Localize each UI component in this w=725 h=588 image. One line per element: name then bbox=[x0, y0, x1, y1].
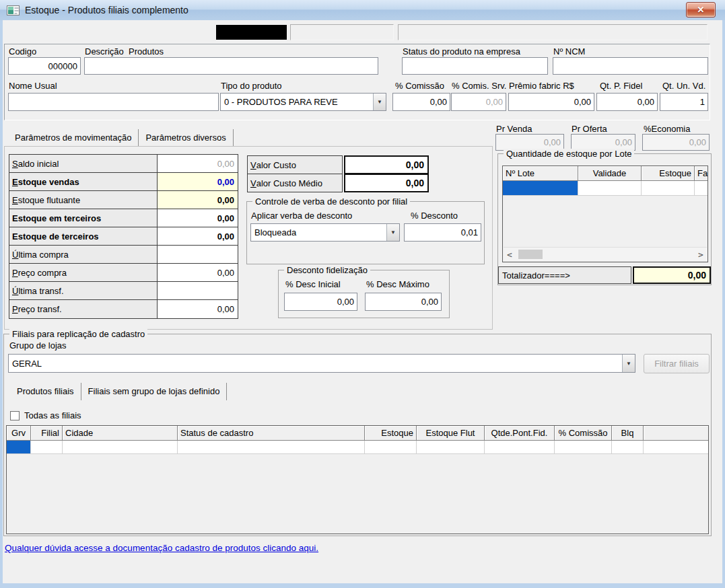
verba-desconto-group: Controle de verba de desconto por filial… bbox=[246, 201, 485, 264]
column-header[interactable]: Grv bbox=[7, 426, 31, 441]
qt-un-vd-field[interactable]: 1 bbox=[660, 93, 708, 111]
qt-p-fidel-field[interactable]: 0,00 bbox=[596, 93, 658, 111]
table-row: Estoque vendas 0,00 bbox=[9, 173, 238, 191]
row-value[interactable]: 0,00 bbox=[158, 300, 238, 318]
cell[interactable] bbox=[417, 441, 485, 454]
cell[interactable] bbox=[578, 181, 642, 196]
column-header[interactable]: Filial bbox=[31, 426, 63, 441]
column-header[interactable]: Validade bbox=[578, 166, 642, 181]
filiais-grid: Grv Filial Cidade Status de cadastro Est… bbox=[6, 425, 709, 534]
horizontal-scrollbar[interactable]: < > bbox=[504, 247, 707, 261]
cell[interactable] bbox=[642, 181, 695, 196]
aplicar-verba-label: Aplicar verba de desconto bbox=[251, 211, 352, 221]
table-row: Valor Custo Médio 0,00 bbox=[247, 174, 429, 192]
comissao-field[interactable]: 0,00 bbox=[392, 93, 450, 111]
cell[interactable] bbox=[555, 441, 612, 454]
tab-produtos-filiais[interactable]: Produtos filiais bbox=[10, 383, 81, 400]
premio-fabric-label: Prêmio fabric R$ bbox=[509, 81, 574, 91]
pr-venda-label: Pr Venda bbox=[496, 124, 532, 134]
column-header[interactable]: Qtde.Pont.Fid. bbox=[485, 426, 555, 441]
tab-parametros-diversos[interactable]: Parâmetros diversos bbox=[139, 129, 233, 147]
todas-filiais-checkbox[interactable] bbox=[10, 411, 20, 420]
desconto-field[interactable]: 0,01 bbox=[404, 223, 481, 242]
scroll-left-icon[interactable]: < bbox=[504, 250, 516, 260]
column-header-filler bbox=[644, 426, 708, 441]
filiais-grid-row[interactable] bbox=[7, 441, 708, 454]
status-produto-label: Status do produto na empresa bbox=[403, 46, 520, 57]
app-window: Estoque - Produtos filiais complemento ✕… bbox=[0, 0, 725, 588]
scrollbar-thumb[interactable] bbox=[518, 250, 543, 259]
descricao-field[interactable] bbox=[84, 57, 378, 75]
row-value[interactable]: 0,00 bbox=[158, 209, 238, 227]
ncm-field[interactable] bbox=[553, 57, 708, 75]
scroll-right-icon[interactable]: > bbox=[695, 250, 707, 260]
table-row: Preço transf. 0,00 bbox=[9, 300, 238, 318]
selected-cell[interactable] bbox=[7, 441, 31, 454]
chevron-down-icon[interactable]: ▼ bbox=[386, 224, 399, 241]
cell[interactable] bbox=[485, 441, 555, 454]
column-header[interactable]: Blq bbox=[612, 426, 644, 441]
cell[interactable] bbox=[644, 441, 708, 454]
movimentacao-table: Saldo inicial 0,00 Estoque vendas 0,00 E… bbox=[9, 154, 238, 319]
lote-grid-header: Nº Lote Validade Estoque Fab bbox=[503, 166, 707, 181]
row-value[interactable] bbox=[158, 246, 238, 263]
selected-cell[interactable] bbox=[503, 181, 578, 196]
cell[interactable] bbox=[31, 441, 63, 454]
row-value[interactable]: 0,00 bbox=[158, 264, 238, 281]
row-label: Estoque de terceiros bbox=[9, 227, 158, 245]
cell[interactable] bbox=[365, 441, 417, 454]
tab-parametros-movimentacao[interactable]: Parâmetros de movimentação bbox=[8, 129, 139, 147]
top-panel-1 bbox=[290, 24, 394, 40]
parametros-tabstrip: Parâmetros de movimentação Parâmetros di… bbox=[8, 129, 234, 147]
row-value[interactable]: 0,00 bbox=[158, 173, 238, 190]
tab-filiais-sem-grupo[interactable]: Filiais sem grupo de lojas definido bbox=[81, 383, 228, 400]
column-header[interactable]: Estoque Flut bbox=[417, 426, 485, 441]
nome-usual-field[interactable] bbox=[8, 93, 219, 111]
column-header[interactable]: Nº Lote bbox=[503, 166, 578, 181]
status-produto-field[interactable] bbox=[402, 57, 548, 75]
column-header[interactable]: Estoque bbox=[642, 166, 695, 181]
lote-grid-row[interactable] bbox=[503, 181, 707, 196]
tipo-produto-value: 0 - PRODUTOS PARA REVE bbox=[221, 94, 373, 110]
cell[interactable] bbox=[695, 181, 707, 196]
cell[interactable] bbox=[612, 441, 644, 454]
cell[interactable] bbox=[63, 441, 178, 454]
documentation-link[interactable]: Qualquer dúvida acesse a documentação ca… bbox=[5, 543, 318, 553]
codigo-field[interactable]: 000000 bbox=[8, 57, 81, 75]
filtrar-filiais-button[interactable]: Filtrar filiais bbox=[644, 354, 710, 373]
window-titlebar[interactable]: Estoque - Produtos filiais complemento ✕ bbox=[0, 0, 725, 20]
desconto-fidelizacao-group-title: Desconto fidelização bbox=[284, 265, 370, 275]
row-value[interactable]: 0,00 bbox=[158, 191, 238, 209]
row-value[interactable] bbox=[158, 282, 238, 299]
desc-inicial-field[interactable]: 0,00 bbox=[284, 293, 357, 311]
window-title: Estoque - Produtos filiais complemento bbox=[25, 5, 188, 15]
table-row: Última transf. bbox=[9, 282, 238, 300]
cell[interactable] bbox=[178, 441, 365, 454]
aplicar-verba-combobox[interactable]: Bloqueada ▼ bbox=[250, 223, 400, 242]
close-icon: ✕ bbox=[697, 5, 705, 15]
tipo-produto-combobox[interactable]: 0 - PRODUTOS PARA REVE ▼ bbox=[220, 93, 386, 111]
column-header[interactable]: Estoque bbox=[365, 426, 417, 441]
tipo-produto-label: Tipo do produto bbox=[221, 81, 282, 91]
desconto-label: % Desconto bbox=[411, 211, 458, 221]
row-value[interactable]: 0,00 bbox=[158, 227, 238, 245]
valor-custo-medio-value[interactable]: 0,00 bbox=[344, 174, 429, 192]
chevron-down-icon[interactable]: ▼ bbox=[622, 355, 635, 372]
close-button[interactable]: ✕ bbox=[686, 2, 716, 17]
row-value: 0,00 bbox=[158, 155, 238, 172]
estoque-lote-group-title: Quantidade de estoque por Lote bbox=[504, 149, 634, 159]
comis-srv-label: % Comis. Srv. bbox=[452, 81, 506, 91]
column-header[interactable]: % Comissão bbox=[555, 426, 612, 441]
identification-panel: Codigo 000000 Descrição Produtos Status … bbox=[4, 44, 710, 120]
valor-custo-value[interactable]: 0,00 bbox=[344, 155, 429, 174]
desc-maximo-field[interactable]: 0,00 bbox=[365, 293, 442, 311]
table-row: Saldo inicial 0,00 bbox=[9, 155, 238, 173]
column-header[interactable]: Cidade bbox=[63, 426, 178, 441]
table-row: Estoque de terceiros 0,00 bbox=[9, 227, 238, 246]
chevron-down-icon[interactable]: ▼ bbox=[373, 94, 386, 110]
column-header[interactable]: Status de cadastro bbox=[178, 426, 365, 441]
table-row: Preço compra 0,00 bbox=[9, 264, 238, 282]
economia-field: 0,00 bbox=[642, 134, 710, 151]
premio-fabric-field[interactable]: 0,00 bbox=[508, 93, 594, 111]
grupo-lojas-combobox[interactable]: GERAL ▼ bbox=[8, 354, 635, 373]
